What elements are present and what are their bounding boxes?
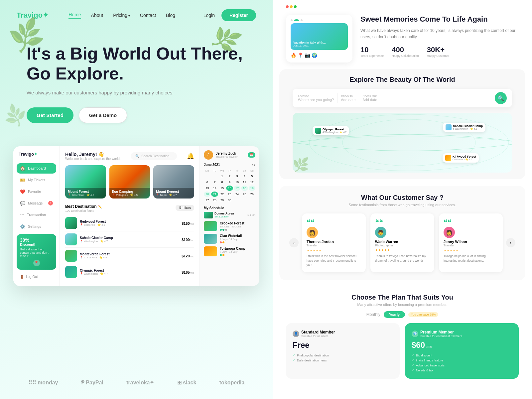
- filter-checkout-value[interactable]: Add date: [362, 98, 377, 102]
- cal-day[interactable]: 4: [241, 174, 248, 179]
- row-name-0: Redwood Forest: [80, 220, 106, 223]
- stat-collab: 400 Happy Collaboration: [392, 46, 419, 58]
- sidebar-item-transaction[interactable]: 〰 Transaction: [17, 210, 56, 220]
- table-row[interactable]: Monteverde Forest 📍 Costa Rica · ⭐ 4.5 $…: [65, 248, 194, 264]
- cal-day[interactable]: 5: [249, 174, 255, 179]
- sidebar-label-settings: Settings: [28, 224, 41, 228]
- map-place-olympic[interactable]: Olympic Forest 4 Washington · ⭐ 4.7: [313, 126, 349, 135]
- cal-day[interactable]: 25: [241, 192, 248, 197]
- logo[interactable]: Travigo✦: [17, 11, 49, 20]
- partner-traveloka: traveloka✦: [126, 379, 154, 386]
- toggle-yearly[interactable]: Yearly: [384, 311, 405, 318]
- sidebar-item-dashboard[interactable]: 🏠 Dashboard: [17, 163, 56, 174]
- transaction-icon: 〰: [20, 212, 24, 217]
- dest-card-everest[interactable]: Mount Everest 📍 Nepal⭐ 4.7: [153, 165, 194, 199]
- map-place-meta-1: 6 Washington · ⭐ 4.9: [453, 128, 483, 130]
- cal-day[interactable]: 26: [249, 192, 255, 197]
- cal-day[interactable]: 23: [226, 192, 233, 197]
- sched-name-2: Tortaruga Camp: [220, 247, 245, 250]
- filter-checkin-value[interactable]: Add date: [341, 98, 355, 102]
- dest-card-mountain[interactable]: Mount Forest 📍 Greenland⭐ 4.8: [65, 165, 106, 199]
- toggle-monthly[interactable]: Monthly: [366, 312, 380, 317]
- nav-pricing[interactable]: Pricing: [113, 13, 130, 18]
- premium-feature-text-0: Big discount: [416, 354, 432, 357]
- cal-day[interactable]: [204, 174, 210, 179]
- premium-feature-3: ✓ No ads & tax: [412, 369, 512, 372]
- cal-day[interactable]: 15: [219, 186, 225, 191]
- cal-day[interactable]: 29: [219, 198, 225, 203]
- cal-day[interactable]: 12: [249, 180, 255, 185]
- cal-day[interactable]: 1: [219, 174, 225, 179]
- cal-day[interactable]: 14: [211, 186, 218, 191]
- schedule-item-1[interactable]: Giac Waterfall 7 July - 14 July: [204, 234, 255, 244]
- nav-blog[interactable]: Blog: [166, 13, 175, 18]
- testimonials-section: What Our Customer Say ? Some testimonial…: [279, 186, 525, 280]
- dest-card-camping[interactable]: Eco Camping 📍 Patagonia⭐ 4.5: [109, 165, 150, 199]
- cal-day-19[interactable]: 19: [249, 186, 255, 191]
- cal-day-16[interactable]: 16: [226, 186, 233, 191]
- sched-date-0: 15 June - 20 June: [220, 225, 244, 228]
- check-icon-p1: ✓: [412, 359, 414, 362]
- sched-dots-0: [220, 229, 244, 231]
- logout-button[interactable]: 🚪 Log Out: [17, 273, 56, 281]
- cal-day[interactable]: 8: [219, 180, 225, 185]
- nav-contact[interactable]: Contact: [140, 13, 156, 18]
- schedule-item-0[interactable]: Crooked Forest 15 June - 20 June: [204, 221, 255, 231]
- cal-day[interactable]: [211, 174, 218, 179]
- testimonial-text-2: Travigo helps me a lot in finding intere…: [444, 254, 498, 263]
- user-avatar: J: [204, 150, 213, 160]
- cal-day[interactable]: 9: [226, 180, 233, 185]
- cal-day[interactable]: 11: [241, 180, 248, 185]
- table-row[interactable]: Sahale Glacier Camp 📍 Washington · ⭐ 4.7…: [65, 231, 194, 248]
- table-row[interactable]: Redwood Forest 📍 California · ⭐ 4.9 $150…: [65, 215, 194, 231]
- register-button[interactable]: Register: [221, 9, 256, 21]
- table-row[interactable]: Olympic Forest 📍 Washington · ⭐ 4.7 $165…: [65, 264, 194, 280]
- cal-day[interactable]: 6: [204, 180, 210, 185]
- cal-day-21[interactable]: 21: [211, 192, 218, 197]
- sidebar-item-settings[interactable]: ⚙️ Settings: [17, 221, 56, 232]
- filter-location-value[interactable]: Where are you going?: [298, 98, 334, 102]
- cal-day[interactable]: 13: [204, 186, 210, 191]
- get-demo-button[interactable]: Get a Demo: [79, 107, 127, 123]
- sidebar-item-tickets[interactable]: 🎫 My Tickets: [17, 175, 56, 185]
- filter-button[interactable]: 🎛 Filters: [176, 205, 194, 211]
- cal-day-17[interactable]: 17: [234, 186, 240, 191]
- cal-day[interactable]: 24: [234, 192, 240, 197]
- row-price-1: $100/mo: [182, 236, 194, 242]
- cal-day[interactable]: 3: [234, 174, 240, 179]
- cal-day[interactable]: 7: [211, 180, 218, 185]
- schedule-item-2[interactable]: Tortaruga Camp 7 July - 14 July: [204, 246, 255, 256]
- testimonial-next-button[interactable]: ›: [506, 238, 515, 247]
- row-img-sahale: [65, 233, 77, 245]
- nav-home[interactable]: Home: [68, 12, 81, 19]
- nav-about[interactable]: About: [91, 13, 103, 18]
- login-button[interactable]: Login: [203, 13, 215, 18]
- notification-icon[interactable]: 🔔: [187, 152, 194, 160]
- cal-day[interactable]: 10: [234, 180, 240, 185]
- memories-preview-card: Vacation In Italy With... Jun 16, 2021 🔥…: [286, 15, 352, 63]
- sidebar-item-favorite[interactable]: ❤️ Favorite: [17, 187, 56, 197]
- row-info-redwood: Redwood Forest 📍 California · ⭐ 4.9: [80, 220, 106, 226]
- search-button[interactable]: 🔍: [495, 92, 507, 104]
- cal-day[interactable]: 30: [226, 198, 233, 203]
- schedule-title: My Schedule: [204, 206, 255, 210]
- emoji-pin: 📍: [298, 53, 303, 58]
- testimonial-prev-button[interactable]: ‹: [289, 238, 299, 247]
- calendar-icon[interactable]: 📅: [248, 152, 255, 158]
- search-bar[interactable]: 🔍 Search Destination...: [131, 152, 177, 160]
- cal-day[interactable]: 2: [226, 174, 233, 179]
- map-place-kirkwood[interactable]: Kirkwood Forest California · ⭐ 4.5: [443, 153, 479, 163]
- row-img-olympic: [65, 266, 77, 278]
- get-started-button[interactable]: Get Started: [27, 107, 73, 123]
- sidebar-item-message[interactable]: 💬 Message 3: [17, 198, 56, 208]
- row-price-3: $165/mo: [182, 269, 194, 275]
- map-place-sahale[interactable]: Sahale Glacier Camp 6 Washington · ⭐ 4.9: [443, 123, 485, 132]
- cal-day-18[interactable]: 18: [241, 186, 248, 191]
- cal-day[interactable]: 28: [211, 198, 218, 203]
- calendar-nav[interactable]: ‹ ›: [252, 163, 255, 167]
- testimonial-text-1: Thanks to travigo I can now realize my d…: [375, 254, 430, 263]
- cal-day[interactable]: 22: [219, 192, 225, 197]
- premium-period: /mo: [427, 345, 432, 348]
- cal-day[interactable]: 27: [204, 198, 210, 203]
- cal-day-20[interactable]: 20: [204, 192, 210, 197]
